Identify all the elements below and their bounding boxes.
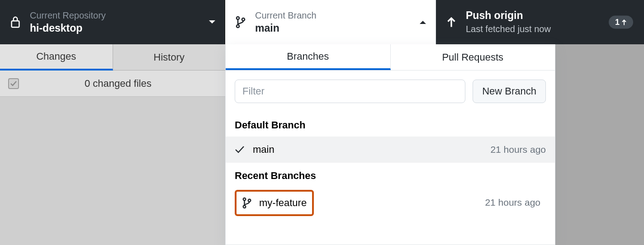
tab-pull-requests[interactable]: Pull Requests: [391, 44, 555, 70]
branch-value: main: [255, 22, 317, 35]
new-branch-button[interactable]: New Branch: [473, 80, 546, 103]
branch-dropdown: Branches Pull Requests New Branch Defaul…: [225, 44, 555, 245]
git-branch-icon: [242, 197, 255, 209]
tab-branches[interactable]: Branches: [226, 44, 391, 70]
changed-files-text: 0 changed files: [19, 78, 217, 90]
tab-pull-requests-label: Pull Requests: [442, 52, 503, 63]
svg-point-5: [243, 206, 246, 208]
lock-icon: [9, 16, 22, 28]
branch-name: my-feature: [259, 197, 307, 209]
changed-files-row: 0 changed files: [0, 71, 225, 97]
repo-selector[interactable]: Current Repository hi-desktop: [0, 0, 225, 44]
new-branch-label: New Branch: [482, 85, 536, 97]
svg-point-2: [237, 25, 239, 28]
svg-point-6: [248, 199, 251, 202]
push-up-arrow-icon: [445, 16, 458, 28]
recent-branches-header: Recent Branches: [226, 163, 555, 187]
check-icon: [235, 146, 247, 154]
svg-point-3: [242, 18, 245, 21]
svg-point-4: [243, 198, 246, 201]
select-all-checkbox[interactable]: [8, 78, 19, 89]
tab-changes[interactable]: Changes: [0, 44, 113, 71]
chevron-down-icon: [208, 20, 216, 24]
branch-name: main: [253, 144, 490, 155]
sidebar: Changes History 0 changed files: [0, 44, 225, 245]
branch-item-default[interactable]: main 21 hours ago: [226, 137, 555, 163]
push-sub: Last fetched just now: [466, 23, 551, 35]
branch-time: 21 hours ago: [485, 197, 540, 208]
branch-item-recent[interactable]: my-feature 21 hours ago: [231, 187, 549, 218]
branch-filter-input[interactable]: [235, 80, 465, 103]
push-badge: 1: [609, 16, 633, 29]
svg-point-1: [237, 17, 239, 19]
branch-label: Current Branch: [255, 9, 317, 22]
push-badge-count: 1: [615, 18, 620, 27]
svg-rect-0: [12, 21, 19, 27]
tab-history-label: History: [154, 52, 185, 63]
push-origin-button[interactable]: Push origin Last fetched just now 1: [436, 0, 644, 44]
repo-label: Current Repository: [30, 9, 106, 22]
tab-changes-label: Changes: [36, 51, 76, 62]
tab-history[interactable]: History: [113, 44, 226, 71]
git-branch-icon: [234, 16, 247, 28]
branch-selector[interactable]: Current Branch main: [225, 0, 436, 44]
repo-value: hi-desktop: [30, 22, 106, 35]
push-label: Push origin: [466, 9, 551, 23]
highlighted-branch: my-feature: [235, 190, 314, 216]
branch-time: 21 hours ago: [490, 144, 546, 155]
tab-branches-label: Branches: [287, 51, 329, 62]
default-branch-header: Default Branch: [226, 112, 555, 137]
chevron-up-icon: [419, 20, 426, 24]
